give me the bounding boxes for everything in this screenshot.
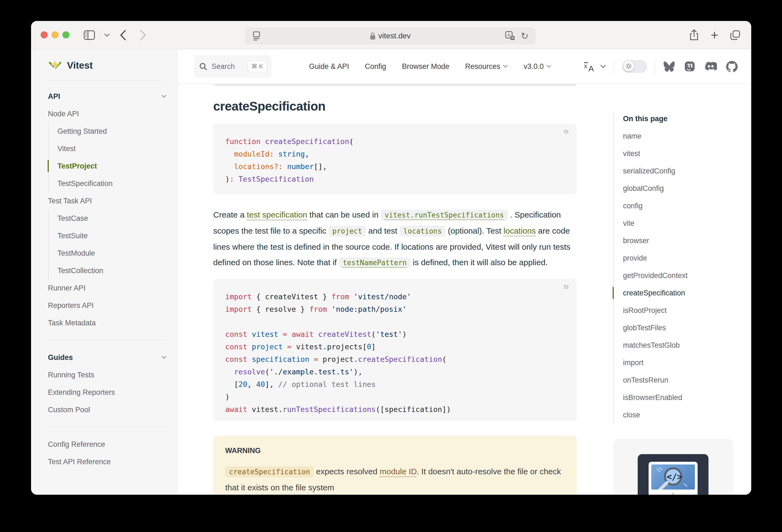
code-token — [247, 330, 252, 339]
code-block-signature[interactable]: ts function createSpecification( moduleI… — [213, 123, 577, 194]
outline-item-serializedconfig[interactable]: serializedConfig — [623, 162, 739, 180]
code-token: 40 — [256, 380, 265, 389]
minimize-window-button[interactable] — [51, 31, 59, 38]
inline-code-link[interactable]: vitest.runTestSpecifications — [381, 210, 507, 220]
sidebar-item-running-tests[interactable]: Running Tests — [48, 366, 166, 384]
site-logo[interactable]: Vitest — [48, 56, 166, 74]
sidebar-item-testspecification[interactable]: TestSpecification — [49, 175, 166, 192]
translate-page-icon[interactable]: A — [505, 28, 515, 44]
sidebar-item-vitest[interactable]: Vitest — [49, 140, 166, 157]
warning-text: that it exists on the file system — [225, 480, 565, 495]
mastodon-icon[interactable] — [684, 61, 695, 72]
share-icon[interactable] — [689, 21, 699, 49]
outline-item-ontestsrerun[interactable]: onTestsRerun — [623, 371, 739, 389]
nav-link-browser-mode[interactable]: Browser Mode — [402, 62, 449, 71]
outline-item-getprovidedcontext[interactable]: getProvidedContext — [623, 267, 739, 284]
sidebar-section-header[interactable]: API — [48, 88, 166, 105]
tab-overview-icon[interactable] — [730, 21, 741, 49]
nav-divider — [614, 59, 614, 73]
sidebar-item-task-metadata[interactable]: Task Metadata — [48, 314, 166, 331]
sidebar-item-testcase[interactable]: TestCase — [49, 210, 166, 227]
nav-link-v3-0-0[interactable]: v3.0.0 — [524, 62, 552, 71]
reload-icon[interactable]: ↻ — [521, 28, 529, 44]
outline-item-isbrowserenabled[interactable]: isBrowserEnabled — [623, 389, 739, 406]
sidebar-item-runner-api[interactable]: Runner API — [48, 279, 166, 297]
inline-link[interactable]: locations — [503, 226, 536, 235]
sidebar-toggle-icon[interactable] — [83, 21, 95, 49]
nav-link-guide-api[interactable]: Guide & API — [309, 62, 349, 71]
inline-code: project — [329, 226, 366, 237]
github-icon[interactable] — [726, 61, 738, 72]
code-token: { resolve } — [252, 305, 309, 313]
close-window-button[interactable] — [41, 31, 48, 38]
sidebar-item-testproject[interactable]: TestProject — [49, 157, 166, 175]
code-token — [287, 330, 292, 339]
new-tab-icon[interactable]: + — [711, 21, 718, 49]
desktop-background: vitest.dev A ↻ + — [0, 0, 782, 532]
sidebar-item-test-api-reference[interactable]: Test API Reference — [48, 453, 166, 470]
language-chevron-icon[interactable] — [600, 65, 606, 68]
code-line: locations?: number[], — [225, 161, 565, 173]
inline-code-link[interactable]: testNamePattern — [339, 257, 411, 268]
sidebar-section-label: Guides — [48, 353, 73, 362]
chevron-down-icon — [546, 65, 552, 68]
sidebar-item-testsuite[interactable]: TestSuite — [49, 227, 166, 245]
outline-item-name[interactable]: name — [623, 128, 739, 145]
sidebar-section-header[interactable]: Guides — [48, 349, 166, 366]
nav-link-resources[interactable]: Resources — [465, 62, 508, 71]
outline-item-globalconfig[interactable]: globalConfig — [623, 180, 739, 197]
svg-text:x: x — [584, 63, 587, 69]
navbar-right: x A — [583, 59, 751, 73]
inline-link[interactable]: test specification — [247, 210, 307, 219]
forward-button[interactable] — [139, 21, 146, 49]
sponsor-illustration: </> — [638, 454, 709, 495]
sidebar-item-config-reference[interactable]: Config Reference — [48, 436, 166, 453]
sidebar-item-testcollection[interactable]: TestCollection — [49, 262, 166, 279]
code-token: import — [225, 305, 252, 313]
address-bar[interactable]: vitest.dev A ↻ — [245, 28, 535, 44]
translate-icon[interactable]: x A — [583, 61, 597, 72]
outline-item-import[interactable]: import — [623, 354, 739, 371]
code-token: vitest — [252, 330, 279, 339]
sidebar-item-custom-pool[interactable]: Custom Pool — [48, 401, 166, 419]
inline-link[interactable]: module ID — [380, 467, 417, 476]
discord-icon[interactable] — [704, 61, 717, 72]
nav-link-config[interactable]: Config — [365, 62, 386, 71]
outline-item-createspecification[interactable]: createSpecification — [623, 284, 739, 302]
code-token: , — [305, 150, 309, 158]
outline-item-matchestestglob[interactable]: matchesTestGlob — [623, 336, 739, 354]
outline-item-isrootproject[interactable]: isRootProject — [623, 302, 739, 319]
back-button[interactable] — [119, 21, 127, 49]
outline-item-globtestfiles[interactable]: globTestFiles — [623, 319, 739, 336]
outline-item-provide[interactable]: provide — [623, 249, 739, 267]
theme-toggle[interactable] — [623, 60, 647, 73]
sidebar-menu-chevron-icon[interactable] — [104, 21, 110, 49]
sidebar-item-test-task-api[interactable]: Test Task API — [48, 192, 166, 210]
sun-icon — [624, 61, 634, 71]
code-token: : — [229, 175, 234, 183]
code-language-label: ts — [564, 283, 569, 290]
sidebar-item-getting-started[interactable]: Getting Started — [49, 122, 166, 140]
search-input[interactable]: Search ⌘ K — [194, 55, 272, 78]
code-token — [283, 162, 287, 171]
outline-item-vitest[interactable]: vitest — [623, 145, 739, 162]
bluesky-icon[interactable] — [664, 61, 675, 72]
sponsor-card[interactable]: </> — [613, 439, 733, 495]
outline-item-browser[interactable]: browser — [623, 232, 739, 249]
code-token: project — [252, 343, 283, 351]
outline-item-config[interactable]: config — [623, 197, 739, 215]
sidebar-item-testmodule[interactable]: TestModule — [49, 245, 166, 262]
code-block-example[interactable]: ts import { createVitest } from 'vitest/… — [213, 279, 577, 421]
code-token: const — [225, 343, 247, 351]
code-token: specification — [385, 405, 442, 414]
url-text: vitest.dev — [379, 32, 411, 40]
vitest-logo-icon — [48, 58, 62, 72]
sidebar-item-reporters-api[interactable]: Reporters API — [48, 297, 166, 314]
sidebar-item-node-api[interactable]: Node API — [48, 105, 166, 122]
outline-item-close[interactable]: close — [623, 406, 739, 424]
zoom-window-button[interactable] — [62, 31, 69, 38]
sidebar-item-extending-reporters[interactable]: Extending Reporters — [48, 384, 166, 401]
code-token: ]) — [442, 405, 451, 414]
code-token: ) — [225, 175, 229, 183]
outline-item-vite[interactable]: vite — [623, 215, 739, 232]
